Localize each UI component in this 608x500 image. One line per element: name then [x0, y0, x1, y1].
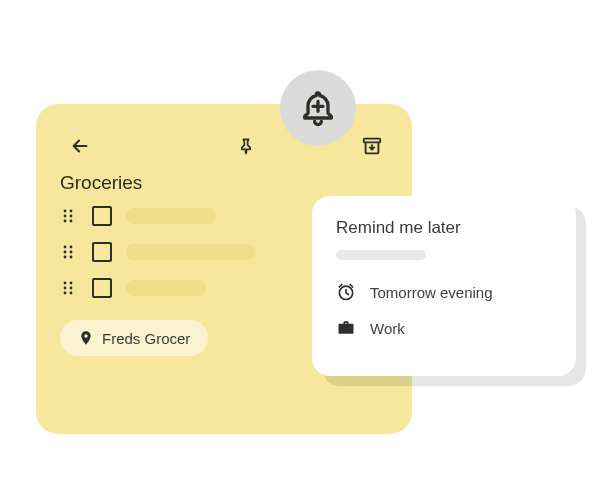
drag-handle[interactable] [60, 243, 78, 261]
svg-point-13 [64, 282, 67, 285]
item-placeholder [126, 280, 206, 296]
drag-handle[interactable] [60, 207, 78, 225]
svg-point-4 [70, 215, 73, 218]
reminder-popover: Remind me later Tomorrow evening Work [312, 196, 576, 376]
reminder-placeholder [336, 250, 426, 260]
pin-button[interactable] [226, 126, 266, 166]
bell-plus-icon [298, 88, 338, 128]
svg-point-15 [64, 287, 67, 290]
svg-rect-0 [364, 139, 381, 143]
note-title[interactable]: Groceries [60, 172, 392, 194]
checkbox[interactable] [92, 242, 112, 262]
clock-icon [336, 282, 356, 302]
archive-button[interactable] [352, 126, 392, 166]
briefcase-icon [336, 318, 356, 338]
svg-point-8 [70, 246, 73, 249]
archive-icon [361, 135, 383, 157]
svg-point-10 [70, 251, 73, 254]
checkbox[interactable] [92, 206, 112, 226]
svg-point-2 [70, 210, 73, 213]
svg-point-18 [70, 292, 73, 295]
reminder-option-time[interactable]: Tomorrow evening [336, 274, 552, 310]
drag-handle[interactable] [60, 279, 78, 297]
reminder-option-label: Work [370, 320, 405, 337]
item-placeholder [126, 244, 256, 260]
item-placeholder [126, 208, 216, 224]
drag-handle-icon [62, 245, 76, 259]
svg-point-1 [64, 210, 67, 213]
drag-handle-icon [62, 281, 76, 295]
checkbox[interactable] [92, 278, 112, 298]
reminder-button[interactable] [280, 70, 356, 146]
svg-point-17 [64, 292, 67, 295]
svg-point-11 [64, 256, 67, 259]
reminder-option-location[interactable]: Work [336, 310, 552, 346]
svg-point-14 [70, 282, 73, 285]
location-chip[interactable]: Freds Grocer [60, 320, 208, 356]
pin-icon [236, 136, 256, 156]
arrow-left-icon [69, 135, 91, 157]
svg-point-12 [70, 256, 73, 259]
back-button[interactable] [60, 126, 100, 166]
drag-handle-icon [62, 209, 76, 223]
svg-point-7 [64, 246, 67, 249]
location-pin-icon [78, 328, 94, 348]
svg-point-16 [70, 287, 73, 290]
svg-point-9 [64, 251, 67, 254]
svg-point-6 [70, 220, 73, 223]
reminder-popover-title: Remind me later [336, 218, 552, 238]
svg-point-3 [64, 215, 67, 218]
reminder-option-label: Tomorrow evening [370, 284, 493, 301]
svg-point-5 [64, 220, 67, 223]
location-chip-label: Freds Grocer [102, 330, 190, 347]
